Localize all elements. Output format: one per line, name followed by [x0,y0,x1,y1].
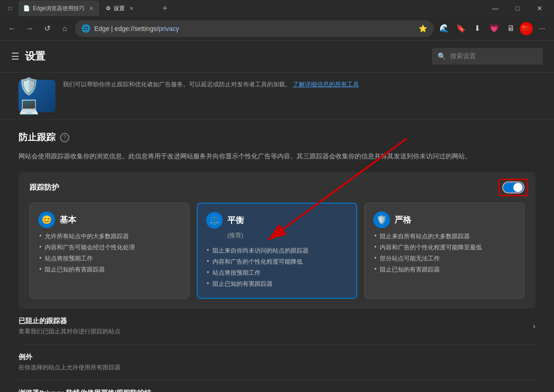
tracking-protection-box: 跟踪防护 😊 基本 [18,172,536,308]
strict-card[interactable]: 🛡️ 严格 阻止来自所有站点的大多数跟踪器 内容和广告的个性化程度可能降至最低 … [365,203,524,299]
blocked-trackers-chevron-icon: › [533,321,536,331]
tracking-toggle-wrapper [502,181,524,193]
toggle-knob [513,183,523,192]
basic-card-title: 基本 [60,214,76,225]
basic-card[interactable]: 😊 基本 允许所有站点中的大多数跟踪器 内容和广告可能会经过个性化处理 站点将按… [30,203,189,299]
blocked-trackers-row[interactable]: 已阻止的跟踪器 查看我们已阻止其对你进行跟踪的站点 › [18,308,536,344]
profile-icon[interactable]: 🇨🇳 [520,22,533,35]
tab-edge-tips[interactable]: 📄 Edge浏览器使用技巧 ✕ [18,0,99,16]
tracking-box-label: 跟踪防护 [30,183,59,193]
settings-header: ☰ 设置 🔍 搜索设置 [0,41,554,72]
window-controls: — □ ✕ [485,0,550,17]
privacy-bottom-title: 浏览器Privacy 防线你使用严格/跟踪防护结 [18,389,151,392]
balanced-card-list: 阻止来自你尚未访问的站点的跟踪器 内容和广告的个性化程度可能降低 站点将按预期工… [206,245,348,289]
strict-card-icon: 🛡️ [373,211,390,228]
exceptions-row[interactable]: 例外 在你选择的站点上允许使用所有跟踪器 [18,344,536,380]
tab-close-btn[interactable]: ✕ [87,5,95,12]
favorites-icon[interactable]: 🔖 [453,21,468,36]
balanced-card-title: 平衡 [227,215,244,226]
more-options-icon[interactable]: ··· [535,21,549,36]
balanced-card-subtitle: (推荐) [206,231,348,240]
tab-page-icon: 📄 [23,5,30,12]
address-highlight: privacy [158,25,179,32]
content-area: 防止跟踪 ? 网站会使用跟踪器收集你的浏览信息。此信息将用于改进网站服务并向你显… [0,120,554,392]
balanced-item-3: 站点将按预期工作 [206,267,348,278]
basic-item-3: 站点将按预期工作 [38,253,181,264]
strict-item-3: 部分站点可能无法工作 [373,253,516,264]
top-banner: 🛡️💻 我们可以帮助你停止跟踪和优化诸如广告服务。可以延迟或防止对发布者工具的加… [0,72,554,120]
balanced-card-icon: ⚖️ [206,212,223,229]
refresh-button[interactable]: ↺ [40,21,55,36]
addressbar: ← → ↺ ⌂ 🌐 Edge | edge://settings/privacy… [0,17,554,41]
settings-container: ☰ 设置 🔍 搜索设置 🛡️💻 我们可以帮助你停止跟踪和优化诸如广告服务。可以延… [0,41,554,392]
close-button[interactable]: ✕ [529,0,550,17]
banner-text-area: 我们可以帮助你停止跟踪和优化诸如广告服务。可以延迟或防止对发布者工具的加载。 了… [63,80,536,89]
tab-edge-tips-label: Edge浏览器使用技巧 [33,5,85,12]
help-icon[interactable]: ? [60,133,69,142]
basic-card-icon: 😊 [38,211,55,228]
strict-item-4: 阻止已知的有害跟踪器 [373,264,516,275]
new-tab-button[interactable]: + [158,2,171,15]
toolbar-icons: 🌊 🔖 ⬇ 💗 🖥 🇨🇳 ··· [437,21,549,36]
downloads-icon[interactable]: 🖥 [503,21,518,36]
hamburger-menu-icon[interactable]: ☰ [11,51,19,62]
history-icon[interactable]: 💗 [487,21,501,36]
balanced-item-4: 阻止已知的有害跟踪器 [206,278,348,289]
tracking-box-header: 跟踪防护 [30,181,524,193]
strict-card-title-row: 🛡️ 严格 [373,211,516,228]
address-text: Edge | edge://settings/privacy [94,25,179,32]
tracking-toggle-switch[interactable] [502,181,524,193]
search-placeholder-text: 搜索设置 [450,52,476,60]
tab-settings-icon: ⚙ [106,5,111,12]
basic-card-title-row: 😊 基本 [38,211,181,228]
blocked-trackers-desc: 查看我们已阻止其对你进行跟踪的站点 [18,327,121,336]
collections-icon[interactable]: 🌊 [437,21,451,36]
strict-card-list: 阻止来自所有站点的大多数跟踪器 内容和广告的个性化程度可能降至最低 部分站点可能… [373,231,516,275]
tracking-section-title: 防止跟踪 [18,131,55,144]
address-bar-input[interactable]: 🌐 Edge | edge://settings/privacy ⭐ [75,20,434,37]
tracking-cards-row: 😊 基本 允许所有站点中的大多数跟踪器 内容和广告可能会经过个性化处理 站点将按… [30,203,524,299]
address-settings-icon[interactable]: ⭐ [419,24,427,33]
banner-link[interactable]: 了解详细信息的所有工具 [293,81,359,88]
tracking-section-header: 防止跟踪 ? [18,131,536,144]
strict-item-2: 内容和广告的个性化程度可能降至最低 [373,242,516,253]
basic-item-2: 内容和广告可能会经过个性化处理 [38,242,181,253]
blocked-trackers-title: 已阻止的跟踪器 [18,317,121,326]
balanced-card-title-row: ⚖️ 平衡 [206,212,348,229]
privacy-bottom-row[interactable]: 浏览器Privacy 防线你使用严格/跟踪防护结 [18,380,536,392]
tracking-description: 网站会使用跟踪器收集你的浏览信息。此信息将用于改进网站服务并向你显示个性化广告等… [18,151,536,161]
basic-item-4: 阻止已知的有害跟踪器 [38,264,181,275]
edge-logo-icon: 🌐 [81,24,91,33]
balanced-item-2: 内容和广告的个性化程度可能降低 [206,256,348,267]
search-icon: 🔍 [438,52,446,60]
forward-button[interactable]: → [22,21,37,36]
balanced-item-1: 阻止来自你尚未访问的站点的跟踪器 [206,245,348,256]
tab-settings[interactable]: ⚙ 设置 ✕ [101,0,157,16]
exceptions-title: 例外 [18,353,121,362]
minimize-button[interactable]: — [485,0,506,17]
settings-search-box[interactable]: 🔍 搜索设置 [432,48,543,65]
banner-description: 我们可以帮助你停止跟踪和优化诸如广告服务。可以延迟或防止对发布者工具的加载。 [63,81,291,88]
basic-card-list: 允许所有站点中的大多数跟踪器 内容和广告可能会经过个性化处理 站点将按预期工作 … [38,231,181,275]
strict-item-1: 阻止来自所有站点的大多数跟踪器 [373,231,516,242]
titlebar: □ 📄 Edge浏览器使用技巧 ✕ ⚙ 设置 ✕ + — □ ✕ [0,0,554,17]
balanced-card[interactable]: ⚖️ 平衡 (推荐) 阻止来自你尚未访问的站点的跟踪器 内容和广告的个性化程度可… [197,203,358,299]
tab-settings-label: 设置 [114,5,125,12]
main-content: ☰ 设置 🔍 搜索设置 🛡️💻 我们可以帮助你停止跟踪和优化诸如广告服务。可以延… [0,41,554,392]
sidebar-toggle-btn[interactable]: □ [4,4,17,13]
home-button[interactable]: ⌂ [57,21,72,36]
settings-page-title: 设置 [25,49,45,63]
maximize-button[interactable]: □ [507,0,528,17]
address-brand: Edge [94,25,110,32]
settings-title-area: ☰ 设置 [11,49,45,63]
tab-settings-close-btn[interactable]: ✕ [128,5,135,12]
back-button[interactable]: ← [5,21,19,36]
reading-list-icon[interactable]: ⬇ [470,21,485,36]
shield-computer-icon: 🛡️💻 [18,80,55,112]
basic-item-1: 允许所有站点中的大多数跟踪器 [38,231,181,242]
exceptions-desc: 在你选择的站点上允许使用所有跟踪器 [18,363,121,372]
strict-card-title: 严格 [395,214,411,225]
